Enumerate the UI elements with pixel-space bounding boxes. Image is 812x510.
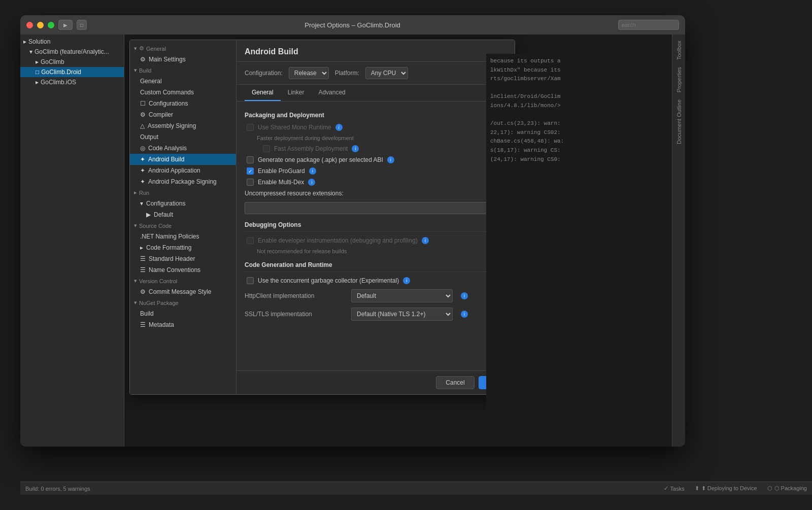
nav-item-compiler[interactable]: ⚙ Compiler: [130, 109, 236, 120]
cancel-button[interactable]: Cancel: [436, 376, 474, 389]
nav-item-standard-header[interactable]: ☰ Standard Header: [130, 253, 236, 264]
nav-item-android-package[interactable]: ✦ Android Package Signing: [130, 176, 236, 187]
tasks-status[interactable]: ✓ Tasks: [664, 485, 685, 492]
nav-item-custom-commands[interactable]: Custom Commands: [130, 87, 236, 98]
concurrent-gc-row: Use the concurrent garbage collector (Ex…: [245, 277, 506, 284]
uncompressed-input[interactable]: [245, 202, 494, 214]
enable-proguard-info[interactable]: i: [309, 167, 316, 175]
httpclient-select[interactable]: Default: [351, 289, 453, 302]
toolbox-button[interactable]: Toolbox: [674, 38, 684, 63]
package-icon: ✦: [140, 178, 145, 185]
generate-package-row: Generate one package (.apk) per selected…: [245, 156, 506, 163]
concurrent-gc-checkbox[interactable]: [247, 277, 254, 284]
sidebar-item-goclimb-droid[interactable]: □ GoClimb.Droid: [20, 67, 124, 77]
signing-icon: △: [140, 122, 145, 129]
ssl-select[interactable]: Default (Native TLS 1.2+): [351, 308, 453, 321]
nav-section-general[interactable]: ▾ ⚙ General: [130, 43, 236, 54]
packaging-status[interactable]: ⬡ ⬡ Packaging: [767, 485, 807, 492]
tab-general[interactable]: General: [245, 85, 281, 101]
document-outline-button[interactable]: Document Outline: [674, 96, 684, 147]
nav-item-android-application[interactable]: ✦ Android Application: [130, 165, 236, 176]
enable-multidex-label: Enable Multi-Dex: [258, 179, 304, 186]
expand-icon: ▸: [36, 58, 39, 65]
concurrent-gc-info[interactable]: i: [403, 277, 410, 284]
enable-proguard-checkbox[interactable]: [247, 167, 254, 175]
fast-assembly-info[interactable]: i: [352, 145, 359, 152]
commit-icon: ⚙: [140, 288, 146, 295]
properties-button[interactable]: Properties: [674, 64, 684, 95]
nav-item-nuget-build[interactable]: Build: [130, 308, 236, 319]
play-icon: ▶: [146, 211, 151, 218]
ssl-label: SSL/TLS implementation: [245, 311, 346, 318]
nav-item-run-configs[interactable]: ▾ Configurations: [130, 198, 236, 209]
nav-section-nuget[interactable]: ▾ NuGet Package: [130, 297, 236, 308]
nav-section-run[interactable]: ▸ Run: [130, 187, 236, 198]
nav-item-general[interactable]: General: [130, 76, 236, 87]
enable-multidex-info[interactable]: i: [308, 179, 315, 186]
chevron-down-icon: ▾: [134, 222, 137, 229]
enable-instrumentation-label: Enable developer instrumentation (debugg…: [258, 237, 418, 244]
ssl-info[interactable]: i: [461, 311, 468, 318]
deploying-status[interactable]: ⬆ ⬆ Deploying to Device: [695, 485, 757, 492]
analysis-icon: ◎: [140, 145, 145, 152]
platform-select[interactable]: Any CPU: [365, 67, 408, 79]
deploying-icon: ⬆: [695, 485, 699, 492]
minimize-button[interactable]: [37, 22, 44, 28]
solution-icon: ▸: [23, 38, 26, 45]
nav-item-default[interactable]: ▶ Default: [130, 209, 236, 220]
expand-icon: ▸: [36, 79, 39, 86]
config-icon: ☐: [140, 100, 146, 107]
nav-section-build[interactable]: ▾ Build: [130, 65, 236, 76]
nav-item-main-settings[interactable]: ⚙ Main Settings: [130, 54, 236, 65]
nav-section-version-control[interactable]: ▾ Version Control: [130, 276, 236, 286]
nav-item-commit-message[interactable]: ⚙ Commit Message Style: [130, 286, 236, 297]
enable-instrumentation-checkbox[interactable]: [247, 237, 254, 244]
maximize-button[interactable]: [48, 22, 54, 28]
use-shared-mono-checkbox[interactable]: [247, 124, 254, 131]
httpclient-info[interactable]: i: [461, 292, 468, 299]
dialog-inner: ▾ ⚙ General ⚙ Main Settings ▾ Build: [130, 40, 515, 394]
enable-instrumentation-info[interactable]: i: [422, 237, 429, 244]
fast-assembly-row: Fast Assembly Deployment i: [245, 145, 506, 152]
titlebar: ▶ □ Project Options – GoClimb.Droid: [20, 15, 685, 35]
sidebar-item-goclimb-ios[interactable]: ▸ GoClimb.iOS: [20, 77, 124, 87]
generate-package-info[interactable]: i: [387, 156, 394, 163]
packaging-icon: ⬡: [767, 485, 772, 492]
project-options-dialog: ▾ ⚙ General ⚙ Main Settings ▾ Build: [129, 40, 515, 395]
convention-icon: ☰: [140, 266, 146, 274]
window-title: Project Options – GoClimb.Droid: [91, 21, 614, 29]
close-button[interactable]: [26, 22, 33, 28]
nav-section-source-code[interactable]: ▾ Source Code: [130, 220, 236, 231]
sidebar-item-goclimb-root[interactable]: ▾ GoClimb (feature/Analytic...: [20, 47, 124, 57]
not-recommended-row: Not recommended for release builds: [245, 248, 506, 254]
enable-multidex-checkbox[interactable]: [247, 179, 254, 186]
tab-advanced[interactable]: Advanced: [311, 85, 352, 101]
device-button[interactable]: □: [77, 20, 87, 30]
nav-item-nuget-metadata[interactable]: ☰ Metadata: [130, 319, 236, 330]
dialog-content: Android Build Configuration: Release Pla…: [236, 40, 515, 394]
fast-assembly-checkbox[interactable]: [263, 145, 270, 152]
nav-item-assembly-signing[interactable]: △ Assembly Signing: [130, 120, 236, 131]
nav-item-configurations[interactable]: ☐ Configurations: [130, 98, 236, 109]
use-shared-mono-label: Use Shared Mono Runtime: [258, 124, 331, 131]
nav-item-name-conventions[interactable]: ☰ Name Conventions: [130, 264, 236, 276]
settings-icon: ⚙: [140, 56, 146, 63]
nav-item-android-build[interactable]: ✦ Android Build: [130, 154, 236, 165]
nav-item-code-analysis[interactable]: ◎ Code Analysis: [130, 143, 236, 154]
tab-linker[interactable]: Linker: [281, 85, 312, 101]
dialog-title: Android Build: [236, 40, 515, 62]
nav-item-code-formatting[interactable]: ▸ Code Formatting: [130, 242, 236, 253]
config-select[interactable]: Release: [289, 67, 329, 79]
use-shared-mono-info[interactable]: i: [335, 124, 343, 131]
sidebar-item-goclimb[interactable]: ▸ GoClimb: [20, 57, 124, 67]
sidebar-solution[interactable]: ▸ Solution: [20, 37, 124, 47]
generate-package-checkbox[interactable]: [247, 156, 254, 163]
enable-proguard-label: Enable ProGuard: [258, 167, 305, 175]
packaging-section-title: Packaging and Deployment: [245, 112, 506, 119]
nav-item-naming-policies[interactable]: .NET Naming Policies: [130, 231, 236, 242]
search-input[interactable]: [618, 20, 679, 30]
chevron-right-icon: ▸: [134, 189, 137, 196]
uncompressed-label: Uncompressed resource extensions:: [245, 190, 344, 197]
nav-item-output[interactable]: Output: [130, 131, 236, 143]
run-button[interactable]: ▶: [58, 20, 73, 30]
